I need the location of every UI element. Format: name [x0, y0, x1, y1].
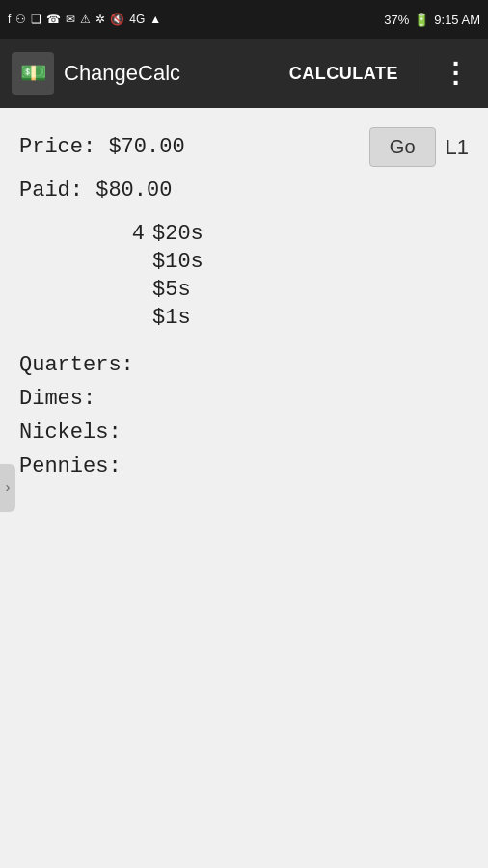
nickels-label: Nickels:: [19, 420, 122, 445]
quarters-row: Quarters:: [19, 353, 469, 377]
go-button[interactable]: Go: [369, 127, 436, 167]
quarters-label: Quarters:: [19, 353, 134, 377]
paid-label: Paid: $80.00: [19, 178, 172, 203]
dimes-label: Dimes:: [19, 387, 95, 411]
warning-icon: ⚠: [80, 13, 91, 26]
side-handle[interactable]: ›: [0, 464, 15, 512]
app-icon: 💵: [12, 52, 54, 95]
denom-10s: $10s: [152, 250, 203, 274]
change-row-20s: 4 $20s: [116, 222, 203, 246]
side-handle-arrow: ›: [4, 480, 12, 496]
lte-icon: 4G: [129, 13, 145, 26]
bluetooth-icon: ✲: [95, 13, 105, 26]
mute-icon: 🔇: [110, 13, 124, 26]
status-icons-left: f ⚇ ❑ ☎ ✉ ⚠ ✲ 🔇 4G ▲: [8, 13, 161, 26]
denom-1s: $1s: [152, 306, 191, 330]
price-label: Price: $70.00: [19, 135, 369, 159]
overflow-menu-button[interactable]: ⋮: [434, 60, 476, 87]
change-row-5s: $5s: [116, 278, 191, 302]
paid-row: Paid: $80.00: [19, 178, 469, 203]
change-row-10s: $10s: [116, 250, 203, 274]
change-section: 4 $20s $10s $5s $1s: [116, 222, 469, 334]
coins-section: Quarters: Dimes: Nickels: Pennies:: [19, 353, 469, 478]
nickels-row: Nickels:: [19, 420, 469, 445]
mail-icon: ✉: [66, 13, 75, 26]
main-content: › Price: $70.00 Go L1 Paid: $80.00 4 $20…: [0, 108, 488, 868]
battery-level: 37%: [384, 13, 409, 27]
l1-label: L1: [446, 135, 469, 160]
usb-icon: ⚇: [15, 13, 26, 26]
fb-icon: f: [8, 13, 11, 26]
pennies-row: Pennies:: [19, 454, 469, 478]
signal-icon: ▲: [149, 13, 161, 26]
app-title: ChangeCalc: [64, 61, 272, 86]
shield-icon: ❑: [31, 13, 41, 26]
battery-icon: 🔋: [414, 13, 429, 27]
status-bar: f ⚇ ❑ ☎ ✉ ⚠ ✲ 🔇 4G ▲ 37% 🔋 9:15 AM: [0, 0, 488, 39]
phone-icon: ☎: [46, 13, 61, 26]
count-20s: 4: [116, 222, 145, 246]
change-row-1s: $1s: [116, 306, 191, 330]
time-display: 9:15 AM: [434, 13, 480, 27]
status-right: 37% 🔋 9:15 AM: [384, 13, 480, 27]
calculate-button[interactable]: CALCULATE: [282, 64, 406, 84]
app-toolbar: 💵 ChangeCalc CALCULATE ⋮: [0, 39, 488, 108]
denom-5s: $5s: [152, 278, 191, 302]
price-row: Price: $70.00 Go L1: [19, 127, 469, 167]
denom-20s: $20s: [152, 222, 203, 246]
pennies-label: Pennies:: [19, 454, 122, 478]
toolbar-divider: [420, 54, 420, 93]
dimes-row: Dimes:: [19, 387, 469, 411]
